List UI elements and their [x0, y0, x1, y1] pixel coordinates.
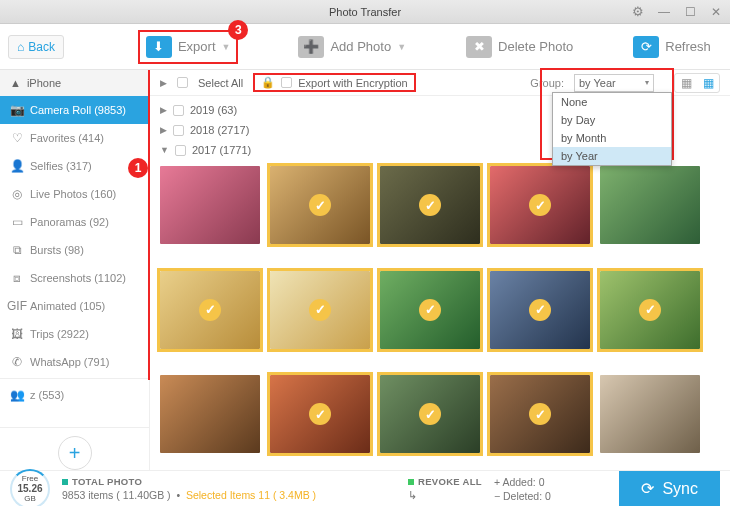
add-photo-icon: ➕ — [298, 36, 324, 58]
encryption-checkbox[interactable] — [281, 77, 292, 88]
sidebar-item-label: Live Photos (160) — [30, 188, 116, 200]
view-toggle: ▦ ▦ — [674, 73, 720, 93]
storage-ring: Free 15.26 GB — [10, 469, 50, 507]
sidebar-item[interactable]: 📷Camera Roll (9853) — [0, 96, 149, 124]
sidebar-item-label: Animated (105) — [30, 300, 105, 312]
check-icon: ✓ — [529, 299, 551, 321]
sidebar-item[interactable]: ◎Live Photos (160) — [0, 180, 149, 208]
photo-thumbnail[interactable]: ✓ — [490, 166, 590, 244]
photo-thumbnail[interactable] — [160, 166, 260, 244]
select-all-label: Select All — [198, 77, 243, 89]
titlebar: Photo Transfer ⚙ — ☐ ✕ — [0, 0, 730, 24]
sidebar-item-label: Bursts (98) — [30, 244, 84, 256]
photo-thumbnail[interactable] — [600, 166, 700, 244]
add-photo-button[interactable]: ➕ Add Photo ▼ — [298, 30, 406, 64]
lock-icon: 🔒 — [261, 76, 275, 89]
sidebar-item[interactable]: ⧉Bursts (98) — [0, 236, 149, 264]
year-checkbox[interactable] — [175, 145, 186, 156]
refresh-icon: ⟳ — [633, 36, 659, 58]
album-icon: 📷 — [10, 103, 24, 117]
sidebar-item[interactable]: 👤Selfies (317) — [0, 152, 149, 180]
photo-thumbnail[interactable]: ✓ — [490, 375, 590, 453]
photo-thumbnail[interactable]: ✓ — [270, 271, 370, 349]
select-all-checkbox[interactable] — [177, 77, 188, 88]
photo-thumbnail[interactable]: ✓ — [600, 271, 700, 349]
divider — [0, 427, 149, 428]
gear-icon[interactable]: ⚙ — [628, 4, 648, 20]
sidebar: 1 ▲ iPhone 📷Camera Roll (9853)♡Favorites… — [0, 70, 150, 470]
export-button[interactable]: ⬇ Export ▼ 3 — [138, 30, 239, 64]
sidebar-item[interactable]: ✆WhatsApp (791) — [0, 348, 149, 376]
year-label: 2019 (63) — [190, 104, 237, 116]
back-label: Back — [28, 40, 55, 54]
export-icon: ⬇ — [146, 36, 172, 58]
photo-thumbnail[interactable] — [600, 375, 700, 453]
album-icon: ⧈ — [10, 271, 24, 285]
year-checkbox[interactable] — [173, 125, 184, 136]
group-option[interactable]: None — [553, 93, 671, 111]
year-label: 2018 (2717) — [190, 124, 249, 136]
chevron-down-icon: ▼ — [397, 42, 406, 52]
sidebar-item-label: Camera Roll (9853) — [30, 104, 126, 116]
sidebar-item[interactable]: ▭Panoramas (92) — [0, 208, 149, 236]
year-label: 2017 (1771) — [192, 144, 251, 156]
added-count: 0 — [539, 476, 545, 488]
group-dropdown: Noneby Dayby Monthby Year — [552, 92, 672, 166]
group-option[interactable]: by Day — [553, 111, 671, 129]
deleted-count: 0 — [545, 490, 551, 502]
back-button[interactable]: ⌂ Back — [8, 35, 64, 59]
photo-thumbnail[interactable]: ✓ — [380, 271, 480, 349]
subtoolbar: ▶ Select All 🔒 Export with Encryption Gr… — [150, 70, 730, 96]
photo-thumbnail[interactable]: ✓ — [160, 271, 260, 349]
album-icon: ▭ — [10, 215, 24, 229]
photo-thumbnail[interactable]: ✓ — [490, 271, 590, 349]
revoke-all-label[interactable]: REVOKE ALL — [418, 476, 482, 487]
added-label: Added: — [502, 476, 535, 488]
expand-all-icon[interactable]: ▶ — [160, 78, 167, 88]
sidebar-item[interactable]: 👥z (553) — [0, 381, 149, 409]
year-checkbox[interactable] — [173, 105, 184, 116]
group-option[interactable]: by Month — [553, 129, 671, 147]
minimize-icon[interactable]: — — [654, 4, 674, 20]
selected-items-text: Selected Items 11 ( 3.4MB ) — [186, 489, 316, 501]
deleted-label: Deleted: — [503, 490, 542, 502]
view-grid-large-icon[interactable]: ▦ — [675, 74, 697, 92]
sync-label: Sync — [662, 480, 698, 498]
photo-thumbnail[interactable]: ✓ — [270, 166, 370, 244]
sidebar-item[interactable]: GIFAnimated (105) — [0, 292, 149, 320]
check-icon: ✓ — [309, 403, 331, 425]
album-icon: 👤 — [10, 159, 24, 173]
maximize-icon[interactable]: ☐ — [680, 4, 700, 20]
album-icon: ✆ — [10, 355, 24, 369]
photo-thumbnail[interactable]: ✓ — [270, 375, 370, 453]
photo-thumbnail[interactable] — [160, 375, 260, 453]
export-encryption-toggle[interactable]: 🔒 Export with Encryption — [253, 73, 415, 92]
sidebar-item-label: Selfies (317) — [30, 160, 92, 172]
sidebar-item[interactable]: ♡Favorites (414) — [0, 124, 149, 152]
group-option[interactable]: by Year — [553, 147, 671, 165]
photo-thumbnail[interactable]: ✓ — [380, 166, 480, 244]
photo-image — [160, 166, 260, 244]
chevron-right-icon: ▶ — [160, 125, 167, 135]
photo-image — [600, 375, 700, 453]
annotation-line — [148, 70, 150, 380]
delete-photo-icon: ✖ — [466, 36, 492, 58]
check-icon: ✓ — [199, 299, 221, 321]
sidebar-item[interactable]: ⧈Screenshots (1102) — [0, 264, 149, 292]
refresh-button[interactable]: ⟳ Refresh — [633, 30, 711, 64]
check-icon: ✓ — [309, 299, 331, 321]
sidebar-item[interactable]: 🖼Trips (2922) — [0, 320, 149, 348]
photo-image — [600, 166, 700, 244]
view-grid-small-icon[interactable]: ▦ — [697, 74, 719, 92]
sync-button[interactable]: ⟳ Sync — [619, 471, 720, 506]
free-value: 15.26 — [17, 483, 42, 494]
dot-icon — [408, 479, 414, 485]
refresh-label: Refresh — [665, 39, 711, 54]
window-title: Photo Transfer — [329, 6, 401, 18]
delete-photo-button[interactable]: ✖ Delete Photo — [466, 30, 573, 64]
close-icon[interactable]: ✕ — [706, 4, 726, 20]
photo-thumbnail[interactable]: ✓ — [380, 375, 480, 453]
add-album-button[interactable]: + — [58, 436, 92, 470]
revoke-arrow-icon: ↳ — [408, 489, 482, 501]
device-header[interactable]: ▲ iPhone — [0, 70, 149, 96]
